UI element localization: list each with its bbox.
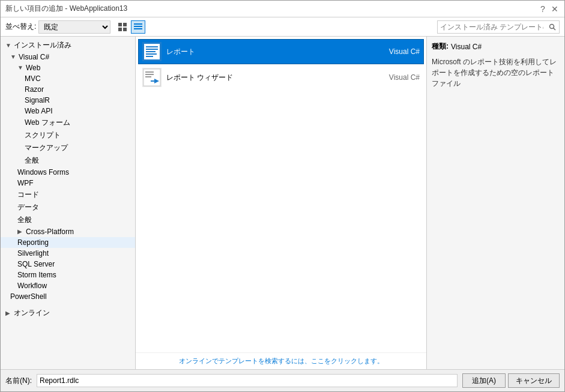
list-view-button[interactable] bbox=[131, 20, 145, 34]
online-section[interactable]: ▶ オンライン bbox=[1, 307, 135, 319]
body-area: ▼ インストール済み ▼ Visual C# ▼ Web MVC Razor S… bbox=[1, 37, 564, 369]
sidebar-item-powershell[interactable]: PowerShell bbox=[1, 291, 135, 302]
svg-rect-15 bbox=[146, 56, 153, 57]
window-title: 新しい項目の追加 - WebApplication13 bbox=[5, 4, 127, 14]
svg-line-8 bbox=[554, 28, 556, 30]
sidebar-item-code[interactable]: コード bbox=[1, 188, 135, 201]
svg-rect-11 bbox=[146, 46, 158, 47]
sidebar-item-sql-server[interactable]: SQL Server bbox=[1, 259, 135, 270]
content-area: レポート Visual C# bbox=[136, 37, 426, 369]
info-panel: 種類: Visual C# Microsoft のレポート技術を利用してレポート… bbox=[426, 37, 564, 369]
sidebar-item-workflow[interactable]: Workflow bbox=[1, 280, 135, 291]
svg-rect-2 bbox=[118, 28, 122, 31]
online-label: オンライン bbox=[14, 308, 50, 318]
view-icons bbox=[115, 20, 145, 34]
report-wizard-category: Visual C# bbox=[360, 73, 420, 82]
search-box bbox=[437, 20, 560, 34]
help-button[interactable]: ? bbox=[538, 4, 548, 14]
sidebar-item-general[interactable]: 全般 bbox=[1, 214, 135, 226]
report-name: レポート bbox=[166, 47, 360, 57]
grid-view-button[interactable] bbox=[115, 20, 130, 34]
sort-select[interactable]: 既定 bbox=[38, 20, 110, 34]
web-label: Web bbox=[26, 64, 40, 72]
svg-rect-18 bbox=[145, 71, 154, 73]
sort-label: 並べ替え: bbox=[5, 22, 36, 32]
visual-csharp-label: Visual C# bbox=[19, 53, 49, 61]
report-category: Visual C# bbox=[360, 47, 420, 56]
svg-rect-14 bbox=[146, 53, 157, 55]
name-label: 名前(N): bbox=[5, 376, 32, 386]
sidebar-item-mvc[interactable]: MVC bbox=[1, 73, 135, 84]
titlebar: 新しい項目の追加 - WebApplication13 ? ✕ bbox=[1, 1, 564, 17]
name-input[interactable] bbox=[37, 374, 458, 387]
sidebar-item-windows-forms[interactable]: Windows Forms bbox=[1, 167, 135, 178]
items-grid: レポート Visual C# bbox=[136, 37, 426, 352]
report-wizard-icon bbox=[142, 68, 162, 87]
svg-point-7 bbox=[550, 24, 554, 28]
svg-rect-1 bbox=[123, 23, 127, 26]
add-button[interactable]: 追加(A) bbox=[462, 373, 506, 388]
search-input[interactable] bbox=[438, 22, 546, 32]
sidebar-item-general-web[interactable]: 全般 bbox=[1, 154, 135, 167]
bottom-bar: 名前(N): 追加(A) キャンセル bbox=[1, 369, 564, 391]
info-description: Microsoft のレポート技術を利用してレポートを作成するための空のレポート… bbox=[432, 56, 560, 89]
main-content: 並べ替え: 既定 bbox=[1, 17, 564, 369]
svg-rect-13 bbox=[146, 51, 156, 52]
search-button[interactable] bbox=[546, 21, 559, 33]
svg-rect-20 bbox=[145, 76, 151, 77]
sidebar-item-cross-platform[interactable]: ▶ Cross-Platform bbox=[1, 226, 135, 237]
sidebar-item-reporting[interactable]: Reporting bbox=[1, 237, 135, 248]
web-arrow: ▼ bbox=[17, 64, 25, 71]
report-icon bbox=[142, 42, 162, 61]
sidebar-item-wpf[interactable]: WPF bbox=[1, 178, 135, 188]
svg-rect-19 bbox=[145, 74, 154, 75]
sidebar-item-silverlight[interactable]: Silverlight bbox=[1, 248, 135, 259]
report-wizard-name: レポート ウィザード bbox=[166, 73, 360, 83]
installed-arrow: ▼ bbox=[5, 42, 13, 49]
svg-rect-12 bbox=[146, 49, 158, 50]
sidebar: ▼ インストール済み ▼ Visual C# ▼ Web MVC Razor S… bbox=[1, 37, 136, 369]
action-buttons: 追加(A) キャンセル bbox=[462, 373, 560, 388]
info-type-label: 種類: bbox=[432, 41, 449, 52]
svg-rect-0 bbox=[118, 23, 122, 26]
close-button[interactable]: ✕ bbox=[550, 4, 560, 14]
item-report-wizard[interactable]: レポート ウィザード Visual C# bbox=[138, 65, 424, 90]
svg-rect-3 bbox=[123, 28, 127, 31]
sidebar-item-script[interactable]: スクリプト bbox=[1, 129, 135, 142]
svg-rect-4 bbox=[134, 23, 142, 25]
info-type-value: Visual C# bbox=[451, 43, 482, 51]
sidebar-item-storm-items[interactable]: Storm Items bbox=[1, 270, 135, 280]
sidebar-item-web[interactable]: ▼ Web bbox=[1, 62, 135, 73]
info-type-row: 種類: Visual C# bbox=[432, 41, 560, 52]
sidebar-item-markup[interactable]: マークアップ bbox=[1, 142, 135, 154]
sidebar-item-visual-csharp[interactable]: ▼ Visual C# bbox=[1, 52, 135, 62]
cancel-button[interactable]: キャンセル bbox=[508, 373, 560, 388]
online-link-area: オンラインでテンプレートを検索するには、ここをクリックします。 bbox=[136, 352, 426, 369]
sidebar-item-web-forms[interactable]: Web フォーム bbox=[1, 116, 135, 129]
sidebar-item-data[interactable]: データ bbox=[1, 201, 135, 214]
item-report[interactable]: レポート Visual C# bbox=[138, 39, 424, 64]
online-arrow: ▶ bbox=[5, 310, 13, 317]
sidebar-item-razor[interactable]: Razor bbox=[1, 84, 135, 95]
sidebar-item-web-api[interactable]: Web API bbox=[1, 106, 135, 116]
online-link[interactable]: オンラインでテンプレートを検索するには、ここをクリックします。 bbox=[179, 357, 384, 364]
svg-rect-6 bbox=[134, 28, 142, 29]
visual-csharp-arrow: ▼ bbox=[10, 53, 17, 61]
cross-platform-arrow: ▶ bbox=[17, 228, 25, 235]
toolbar: 並べ替え: 既定 bbox=[1, 17, 564, 37]
sidebar-item-signalr[interactable]: SignalR bbox=[1, 95, 135, 106]
cross-platform-label: Cross-Platform bbox=[26, 228, 74, 236]
installed-section[interactable]: ▼ インストール済み bbox=[1, 39, 135, 52]
svg-rect-5 bbox=[134, 26, 142, 27]
dialog-window: 新しい項目の追加 - WebApplication13 ? ✕ 並べ替え: 既定 bbox=[0, 0, 565, 392]
window-controls: ? ✕ bbox=[538, 4, 560, 14]
installed-label: インストール済み bbox=[14, 40, 71, 50]
